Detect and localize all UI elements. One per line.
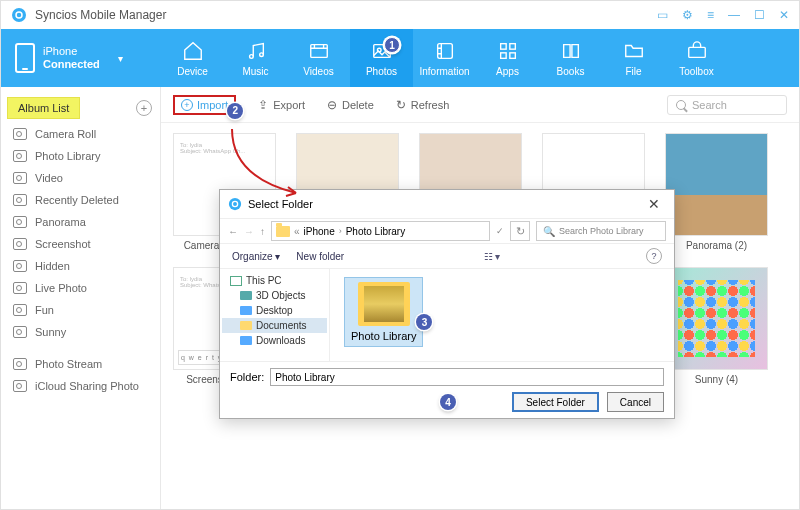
album-icon	[13, 358, 27, 370]
annotation-arrow	[226, 127, 316, 207]
cancel-button[interactable]: Cancel	[607, 392, 664, 412]
nav-videos[interactable]: Videos	[287, 29, 350, 87]
nav-up-icon[interactable]: ↑	[260, 226, 265, 237]
sidebar-item-live-photo[interactable]: Live Photo	[1, 277, 160, 299]
sidebar: Album List + Camera Roll Photo Library V…	[1, 87, 161, 509]
album-icon	[13, 128, 27, 140]
sidebar-item-sunny[interactable]: Sunny	[1, 321, 160, 343]
nav-bar: iPhone Connected ▾ Device Music Videos P…	[1, 29, 799, 87]
export-button[interactable]: ⇪Export	[258, 98, 305, 112]
sidebar-item-icloud-sharing[interactable]: iCloud Sharing Photo	[1, 375, 160, 397]
search-icon	[676, 100, 686, 110]
sidebar-item-hidden[interactable]: Hidden	[1, 255, 160, 277]
folder-icon	[240, 291, 252, 300]
album-icon	[13, 216, 27, 228]
new-folder-button[interactable]: New folder	[296, 251, 344, 262]
app-title: Syncios Mobile Manager	[35, 8, 657, 22]
maximize-icon[interactable]: ☐	[754, 8, 765, 22]
album-thumb[interactable]: Panorama (2)	[665, 133, 768, 251]
sidebar-item-video[interactable]: Video	[1, 167, 160, 189]
sidebar-item-screenshot[interactable]: Screenshot	[1, 233, 160, 255]
device-status: Connected	[43, 58, 100, 71]
svg-point-2	[259, 52, 263, 56]
svg-rect-6	[437, 43, 452, 58]
nav-music[interactable]: Music	[224, 29, 287, 87]
album-thumb[interactable]: Sunny (4)	[665, 267, 768, 385]
nav-photos[interactable]: Photos 1	[350, 29, 413, 87]
dialog-search-input[interactable]: 🔍Search Photo Library	[536, 221, 666, 241]
tree-this-pc[interactable]: This PC	[222, 273, 327, 288]
nav-back-icon[interactable]: ←	[228, 226, 238, 237]
folder-item[interactable]: Photo Library 3	[344, 277, 423, 347]
window-controls: ▭ ⚙ ≡ — ☐ ✕	[657, 8, 789, 22]
tree-desktop[interactable]: Desktop	[222, 303, 327, 318]
add-album-button[interactable]: +	[136, 100, 152, 116]
folder-icon	[276, 226, 290, 237]
sidebar-item-recently-deleted[interactable]: Recently Deleted	[1, 189, 160, 211]
tree-downloads[interactable]: Downloads	[222, 333, 327, 348]
sidebar-item-camera-roll[interactable]: Camera Roll	[1, 123, 160, 145]
folder-icon	[240, 306, 252, 315]
pc-icon	[230, 276, 242, 286]
dialog-close-button[interactable]: ✕	[642, 196, 666, 212]
folder-preview-icon	[358, 282, 410, 326]
phone-icon	[15, 43, 35, 73]
import-button[interactable]: + Import 2	[173, 95, 236, 115]
marker-2: 2	[227, 103, 243, 119]
refresh-button[interactable]: ↻Refresh	[396, 98, 450, 112]
titlebar: Syncios Mobile Manager ▭ ⚙ ≡ — ☐ ✕	[1, 1, 799, 29]
organize-menu[interactable]: Organize ▾	[232, 251, 280, 262]
svg-rect-11	[688, 47, 705, 57]
device-panel[interactable]: iPhone Connected ▾	[1, 29, 161, 87]
svg-rect-3	[310, 44, 327, 57]
album-icon	[13, 260, 27, 272]
sidebar-album-list[interactable]: Album List	[7, 97, 80, 119]
marker-3: 3	[416, 314, 432, 330]
nav-toolbox[interactable]: Toolbox	[665, 29, 728, 87]
marker-1: 1	[384, 37, 400, 53]
nav-information[interactable]: Information	[413, 29, 476, 87]
path-refresh-button[interactable]: ↻	[510, 221, 530, 241]
export-icon: ⇪	[258, 98, 268, 112]
plus-icon: +	[181, 99, 193, 111]
sidebar-item-panorama[interactable]: Panorama	[1, 211, 160, 233]
settings-icon[interactable]: ⚙	[682, 8, 693, 22]
layout-icon[interactable]: ▭	[657, 8, 668, 22]
view-options-icon[interactable]: ☷ ▾	[484, 251, 501, 262]
nav-books[interactable]: Books	[539, 29, 602, 87]
album-icon	[13, 150, 27, 162]
folder-name-input[interactable]	[270, 368, 664, 386]
sidebar-item-photo-library[interactable]: Photo Library	[1, 145, 160, 167]
tree-documents[interactable]: Documents	[222, 318, 327, 333]
minimize-icon[interactable]: —	[728, 8, 740, 22]
delete-icon: ⊖	[327, 98, 337, 112]
help-icon[interactable]: ?	[646, 248, 662, 264]
menu-icon[interactable]: ≡	[707, 8, 714, 22]
nav-file[interactable]: File	[602, 29, 665, 87]
album-icon	[13, 304, 27, 316]
app-logo	[11, 7, 27, 23]
folder-tree: This PC 3D Objects Desktop Documents Dow…	[220, 269, 330, 361]
device-name: iPhone	[43, 45, 100, 58]
breadcrumb-path[interactable]: « iPhone › Photo Library	[271, 221, 490, 241]
sidebar-item-photo-stream[interactable]: Photo Stream	[1, 353, 160, 375]
album-icon	[13, 194, 27, 206]
folder-icon	[240, 321, 252, 330]
search-input[interactable]: Search	[667, 95, 787, 115]
nav-apps[interactable]: Apps	[476, 29, 539, 87]
select-folder-button[interactable]: Select Folder	[512, 392, 599, 412]
folder-icon	[240, 336, 252, 345]
nav-forward-icon[interactable]: →	[244, 226, 254, 237]
nav-device[interactable]: Device	[161, 29, 224, 87]
close-icon[interactable]: ✕	[779, 8, 789, 22]
chevron-down-icon[interactable]: ▾	[118, 53, 123, 64]
folder-field-label: Folder:	[230, 371, 264, 383]
delete-button[interactable]: ⊖Delete	[327, 98, 374, 112]
sidebar-item-fun[interactable]: Fun	[1, 299, 160, 321]
marker-4: 4	[440, 394, 456, 410]
toolbar: + Import 2 ⇪Export ⊖Delete ↻Refresh Sear…	[161, 87, 799, 123]
svg-rect-8	[509, 43, 514, 49]
tree-3d-objects[interactable]: 3D Objects	[222, 288, 327, 303]
album-icon	[13, 238, 27, 250]
svg-rect-7	[500, 43, 506, 49]
